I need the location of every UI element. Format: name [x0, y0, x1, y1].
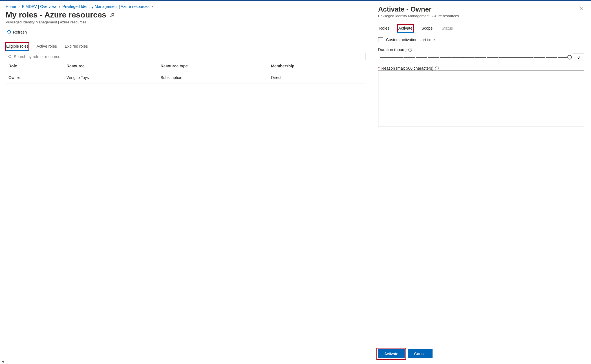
info-icon[interactable]: i [435, 67, 439, 70]
activate-panel: Activate - Owner Privileged Identity Man… [371, 1, 591, 364]
cell-role: Owner [6, 72, 64, 83]
cell-resource-type: Subscription [158, 72, 268, 83]
search-icon [8, 55, 12, 59]
custom-start-row: Custom activation start time [378, 37, 584, 42]
close-button[interactable] [578, 5, 584, 13]
close-icon [579, 6, 583, 10]
svg-line-1 [11, 58, 12, 59]
main-tabs: Eligible roles Active roles Expired role… [6, 42, 365, 51]
cell-resource: Wingtip Toys [64, 72, 158, 83]
scroll-left-icon[interactable]: ◀ [2, 360, 4, 363]
col-membership[interactable]: Membership [268, 60, 365, 72]
slider-track[interactable] [380, 57, 570, 58]
duration-slider[interactable] [378, 54, 584, 61]
cancel-button[interactable]: Cancel [408, 349, 433, 358]
panel-subtitle: Privileged Identity Management | Azure r… [378, 14, 459, 18]
tab-eligible-roles[interactable]: Eligible roles [6, 42, 29, 51]
breadcrumb-pim[interactable]: Privileged Identity Management | Azure r… [62, 4, 149, 9]
tab-active-roles[interactable]: Active roles [36, 42, 57, 51]
duration-label: Duration (hours) [378, 47, 407, 52]
refresh-icon [7, 30, 11, 34]
custom-start-label: Custom activation start time [386, 37, 435, 42]
panel-tabs: Roles Activate Scope Status [378, 24, 584, 33]
search-row [6, 53, 365, 60]
custom-start-checkbox[interactable] [378, 37, 383, 42]
reason-label: Reason (max 500 characters) [381, 66, 433, 70]
col-resource[interactable]: Resource [64, 60, 158, 72]
panel-tab-scope[interactable]: Scope [420, 24, 434, 33]
breadcrumb: Home › FIMDEV | Overview › Privileged Id… [6, 4, 365, 9]
required-indicator: * [378, 66, 380, 70]
refresh-button[interactable]: Refresh [6, 29, 28, 36]
main-content: Home › FIMDEV | Overview › Privileged Id… [0, 1, 371, 364]
slider-thumb[interactable] [567, 55, 572, 59]
refresh-label: Refresh [13, 30, 27, 34]
col-resource-type[interactable]: Resource type [158, 60, 268, 72]
chevron-right-icon: › [18, 4, 20, 9]
duration-field: Duration (hours) i [378, 47, 584, 61]
duration-value-input[interactable] [573, 54, 584, 61]
chevron-right-icon: › [59, 4, 60, 9]
page-title: My roles - Azure resources [6, 10, 106, 19]
panel-header: Activate - Owner Privileged Identity Man… [378, 5, 584, 18]
breadcrumb-home[interactable]: Home [6, 4, 16, 9]
table-row[interactable]: Owner Wingtip Toys Subscription Direct [6, 72, 365, 83]
pin-icon[interactable] [110, 12, 115, 18]
panel-title: Activate - Owner [378, 5, 459, 13]
activate-button[interactable]: Activate [378, 349, 405, 358]
cell-membership: Direct [268, 72, 365, 83]
panel-tab-status: Status [440, 24, 454, 33]
svg-point-0 [9, 55, 11, 58]
roles-table: Role Resource Resource type Membership O… [6, 60, 365, 83]
panel-tab-roles[interactable]: Roles [378, 24, 391, 33]
activate-form: Custom activation start time Duration (h… [378, 37, 584, 128]
tab-expired-roles[interactable]: Expired roles [64, 42, 89, 51]
info-icon[interactable]: i [408, 48, 412, 52]
panel-tab-activate[interactable]: Activate [397, 24, 414, 33]
reason-textarea[interactable] [378, 70, 584, 127]
reason-field: *Reason (max 500 characters) i [378, 66, 584, 128]
col-role[interactable]: Role [6, 60, 64, 72]
toolbar: Refresh [6, 29, 365, 36]
breadcrumb-fimdev[interactable]: FIMDEV | Overview [22, 4, 57, 9]
page-title-row: My roles - Azure resources [6, 10, 365, 19]
search-input[interactable] [14, 54, 363, 59]
chevron-right-icon: › [152, 4, 153, 9]
panel-footer: Activate Cancel [378, 344, 584, 358]
page-subtitle: Privileged Identity Management | Azure r… [6, 20, 365, 24]
table-header-row: Role Resource Resource type Membership [6, 60, 365, 72]
